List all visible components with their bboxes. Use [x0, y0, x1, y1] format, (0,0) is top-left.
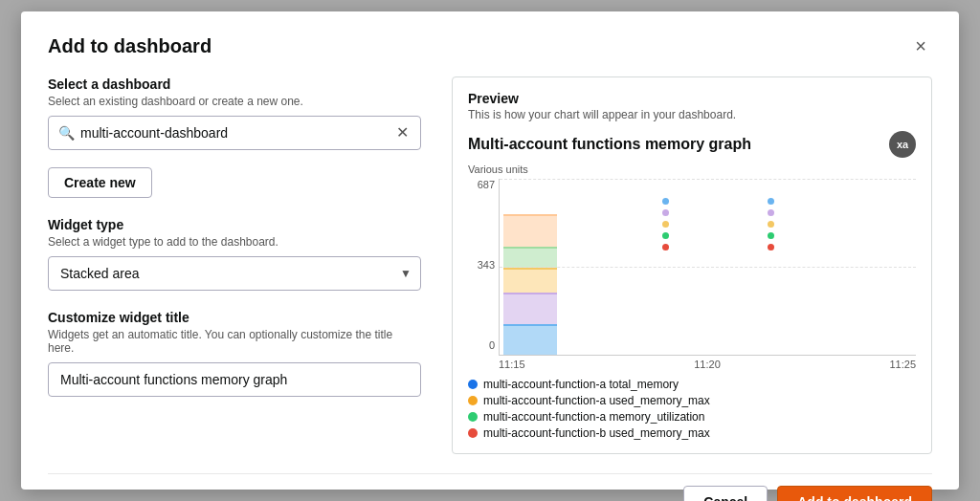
- modal-header: Add to dashboard ×: [48, 34, 932, 57]
- chart-main: 11:15 11:20 11:25: [499, 179, 916, 370]
- search-wrapper: 🔍 ✕: [48, 116, 421, 150]
- x-label-1120: 11:20: [694, 359, 721, 370]
- chart-area: 687 343 0: [468, 179, 916, 370]
- modal-dialog: Add to dashboard × Select a dashboard Se…: [21, 11, 959, 490]
- clear-search-button[interactable]: ✕: [394, 125, 411, 141]
- legend-item-1: multi-account-function-a total_memory: [468, 378, 916, 391]
- modal-overlay: Add to dashboard × Select a dashboard Se…: [0, 0, 980, 501]
- modal-body: Select a dashboard Select an existing da…: [48, 76, 932, 454]
- chart-avatar: xa: [889, 131, 916, 158]
- legend-label-3: multi-account-function-a memory_utilizat…: [483, 410, 704, 424]
- dashboard-search-input[interactable]: [80, 125, 394, 141]
- legend-item-4: multi-account-function-b used_memory_max: [468, 426, 916, 440]
- cancel-button[interactable]: Cancel: [683, 486, 768, 501]
- legend-label-1: multi-account-function-a total_memory: [483, 378, 679, 391]
- select-dashboard-label: Select a dashboard: [48, 76, 421, 92]
- chart-legend: multi-account-function-a total_memory mu…: [468, 378, 916, 440]
- legend-dot-4: [468, 428, 478, 438]
- y-label-bot: 0: [489, 339, 495, 351]
- legend-dot-2: [468, 396, 478, 405]
- select-dashboard-sublabel: Select an existing dashboard or create a…: [48, 95, 421, 108]
- widget-title-input[interactable]: [48, 362, 421, 397]
- x-label-1125: 11:25: [889, 359, 916, 370]
- modal-title: Add to dashboard: [48, 35, 212, 57]
- close-button[interactable]: ×: [909, 34, 932, 57]
- dot-group-1125: [768, 198, 774, 250]
- chart-yaxis: 687 343 0: [468, 179, 495, 370]
- legend-item-3: multi-account-function-a memory_utilizat…: [468, 410, 916, 424]
- widget-type-select-wrapper: Stacked area Line Bar Number Text ▼: [48, 256, 421, 291]
- widget-type-select[interactable]: Stacked area Line Bar Number Text: [48, 256, 421, 291]
- gridline-mid: [500, 267, 916, 268]
- customize-title-section: Customize widget title Widgets get an au…: [48, 310, 421, 397]
- x-label-1115: 11:15: [499, 359, 525, 370]
- widget-type-sublabel: Select a widget type to add to the dashb…: [48, 235, 421, 249]
- add-to-dashboard-button[interactable]: Add to dashboard: [777, 486, 932, 501]
- legend-item-2: multi-account-function-a used_memory_max: [468, 394, 916, 407]
- chart-title: Multi-account functions memory graph: [468, 136, 751, 153]
- create-new-button[interactable]: Create new: [48, 167, 152, 198]
- left-panel: Select a dashboard Select an existing da…: [48, 76, 421, 454]
- dot-group-1120: [662, 198, 669, 250]
- bar-1115: [503, 214, 557, 355]
- legend-label-4: multi-account-function-b used_memory_max: [483, 426, 710, 440]
- legend-dot-3: [468, 412, 478, 422]
- legend-label-2: multi-account-function-a used_memory_max: [483, 394, 710, 407]
- widget-type-label: Widget type: [48, 217, 421, 232]
- preview-sublabel: This is how your chart will appear in yo…: [468, 108, 916, 121]
- modal-footer: Cancel Add to dashboard: [48, 473, 932, 501]
- chart-xaxis: 11:15 11:20 11:25: [499, 356, 916, 370]
- legend-dot-1: [468, 380, 478, 389]
- y-label-top: 687: [478, 179, 495, 190]
- widget-type-section: Widget type Select a widget type to add …: [48, 217, 421, 291]
- search-icon: 🔍: [58, 125, 75, 141]
- y-label-mid: 343: [478, 259, 495, 271]
- chart-plot: [499, 179, 916, 356]
- preview-panel: Preview This is how your chart will appe…: [452, 76, 932, 454]
- customize-title-label: Customize widget title: [48, 310, 421, 325]
- preview-label: Preview: [468, 91, 916, 106]
- select-dashboard-section: Select a dashboard Select an existing da…: [48, 76, 421, 198]
- customize-title-sublabel: Widgets get an automatic title. You can …: [48, 328, 421, 355]
- gridline-top: [500, 179, 916, 180]
- chart-units-label: Various units: [468, 163, 916, 175]
- chart-title-row: Multi-account functions memory graph xa: [468, 131, 916, 158]
